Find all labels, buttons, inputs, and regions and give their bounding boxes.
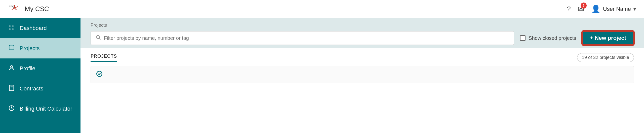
svg-point-11 bbox=[11, 65, 13, 68]
user-menu-button[interactable]: 👤 User Name ▾ bbox=[591, 5, 636, 13]
projects-list bbox=[80, 62, 644, 87]
svg-rect-10 bbox=[12, 28, 14, 30]
svg-point-17 bbox=[96, 36, 100, 39]
sidebar-dashboard-label: Dashboard bbox=[20, 25, 47, 31]
csc-logo-icon: CSC bbox=[8, 3, 21, 16]
search-icon bbox=[95, 35, 101, 42]
sidebar-profile-label: Profile bbox=[20, 65, 35, 72]
app-title: My CSC bbox=[25, 5, 49, 13]
billing-icon bbox=[8, 105, 15, 113]
help-icon[interactable]: ? bbox=[567, 5, 571, 13]
sidebar-contracts-label: Contracts bbox=[20, 85, 43, 92]
profile-icon bbox=[8, 64, 15, 73]
topbar: CSC My CSC ? ✉ 9 👤 User Name ▾ bbox=[0, 0, 644, 18]
projects-section-title: PROJECTS bbox=[91, 54, 117, 62]
notification-count-badge: 9 bbox=[581, 3, 587, 9]
sidebar-item-contracts[interactable]: Contracts bbox=[0, 79, 80, 99]
svg-line-18 bbox=[99, 38, 100, 40]
projects-count-badge: 19 of 32 projects visible bbox=[577, 53, 634, 62]
sidebar-billing-label: Billing Unit Calculator bbox=[20, 106, 72, 112]
search-input[interactable] bbox=[104, 35, 509, 41]
notifications-button[interactable]: ✉ 9 bbox=[578, 5, 584, 13]
new-project-button[interactable]: + New project bbox=[582, 31, 634, 45]
logo-area: CSC My CSC bbox=[8, 3, 49, 16]
show-closed-wrapper: Show closed projects bbox=[520, 35, 576, 41]
projects-section-header: PROJECTS 19 of 32 projects visible bbox=[80, 48, 644, 62]
svg-rect-0 bbox=[8, 3, 21, 16]
projects-section: PROJECTS 19 of 32 projects visible bbox=[80, 48, 644, 133]
dashboard-icon bbox=[8, 24, 15, 32]
sidebar-item-projects[interactable]: Projects bbox=[0, 38, 80, 58]
sidebar-projects-label: Projects bbox=[20, 45, 39, 52]
show-closed-label[interactable]: Show closed projects bbox=[529, 35, 576, 41]
table-row[interactable] bbox=[91, 66, 634, 83]
projects-header: Projects Show closed projects bbox=[80, 18, 644, 48]
topbar-actions: ? ✉ 9 👤 User Name ▾ bbox=[567, 5, 636, 13]
main-layout: Dashboard Projects Profile bbox=[0, 18, 644, 133]
svg-rect-7 bbox=[9, 25, 11, 27]
search-wrapper bbox=[91, 31, 514, 45]
show-closed-checkbox[interactable] bbox=[520, 35, 526, 41]
projects-icon bbox=[8, 44, 15, 52]
sidebar-item-profile[interactable]: Profile bbox=[0, 58, 80, 79]
sidebar-item-dashboard[interactable]: Dashboard bbox=[0, 18, 80, 38]
svg-rect-9 bbox=[9, 28, 11, 30]
contracts-icon bbox=[8, 85, 15, 93]
projects-toolbar: Show closed projects + New project bbox=[91, 31, 634, 45]
username-label: User Name bbox=[603, 6, 631, 12]
project-check-icon bbox=[96, 70, 103, 79]
sidebar-item-billing[interactable]: Billing Unit Calculator bbox=[0, 99, 80, 119]
main-content: Projects Show closed projects bbox=[80, 18, 644, 133]
projects-section-label: Projects bbox=[91, 23, 634, 28]
sidebar: Dashboard Projects Profile bbox=[0, 18, 80, 133]
svg-rect-8 bbox=[12, 25, 14, 27]
user-menu-chevron-icon: ▾ bbox=[633, 6, 636, 12]
